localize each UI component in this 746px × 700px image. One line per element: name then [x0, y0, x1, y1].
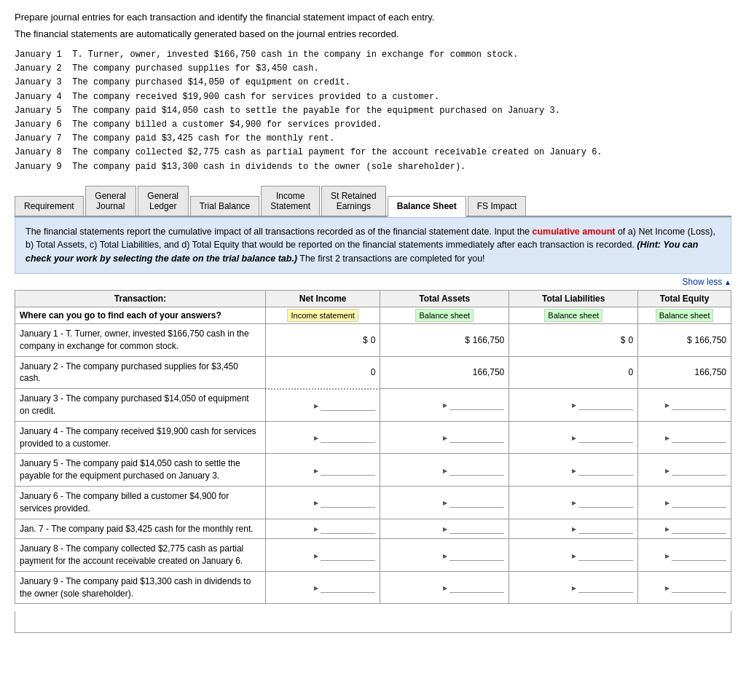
- cell-jan5-net_income[interactable]: ▶: [266, 454, 380, 487]
- tab-general-journal[interactable]: GeneralJournal: [85, 186, 136, 216]
- input-jan8-total_equity[interactable]: [672, 550, 726, 561]
- pointer-icon: ▶: [443, 553, 447, 559]
- cell-jan8-net_income[interactable]: ▶: [266, 539, 380, 572]
- cell-jan8-total_equity[interactable]: ▶: [638, 539, 731, 572]
- row-desc-jan5: January 5 - The company paid $14,050 cas…: [15, 454, 266, 487]
- input-jan5-total_liab[interactable]: [578, 465, 633, 476]
- pointer-icon: ▶: [665, 500, 670, 506]
- input-jan7-net_income[interactable]: [321, 523, 375, 534]
- pointer-icon: ▶: [665, 585, 670, 591]
- pointer-icon: ▶: [572, 526, 576, 532]
- row-desc-jan7: Jan. 7 - The company paid $3,425 cash fo…: [15, 519, 266, 539]
- cell-jan8-total_liab[interactable]: ▶: [509, 539, 638, 572]
- cell-jan2-total_equity: 166,750: [638, 356, 731, 389]
- input-jan4-net_income[interactable]: [321, 432, 375, 443]
- cell-jan9-total_equity[interactable]: ▶: [638, 571, 731, 604]
- cell-jan7-net_income[interactable]: ▶: [266, 519, 380, 539]
- cell-jan1-net_income: $0: [266, 323, 380, 356]
- cell-jan3-total_equity[interactable]: ▶: [638, 389, 731, 422]
- filled-value: 0: [371, 335, 376, 345]
- cell-jan7-total_equity[interactable]: ▶: [638, 519, 731, 539]
- cell-jan5-total_liab[interactable]: ▶: [509, 454, 638, 487]
- input-jan6-total_assets[interactable]: [449, 497, 504, 508]
- input-jan7-total_equity[interactable]: [672, 523, 726, 534]
- input-jan5-net_income[interactable]: [321, 465, 375, 476]
- cell-jan9-total_assets[interactable]: ▶: [380, 571, 509, 604]
- pointer-icon: ▶: [314, 553, 318, 559]
- pointer-icon: ▶: [665, 553, 670, 559]
- input-jan6-total_liab[interactable]: [578, 497, 633, 508]
- cell-jan4-total_liab[interactable]: ▶: [509, 421, 638, 454]
- input-jan7-total_liab[interactable]: [578, 523, 633, 534]
- input-jan3-total_liab[interactable]: [578, 399, 633, 410]
- transaction-item: January 6 The company billed a customer …: [15, 118, 731, 132]
- input-jan7-total_assets[interactable]: [449, 523, 504, 534]
- tab-balance-sheet[interactable]: Balance Sheet: [388, 196, 466, 217]
- cell-jan6-total_liab[interactable]: ▶: [509, 486, 638, 519]
- cell-jan5-total_equity[interactable]: ▶: [638, 454, 731, 487]
- cell-jan5-total_assets[interactable]: ▶: [380, 454, 509, 487]
- input-jan3-net_income[interactable]: [321, 400, 375, 411]
- tag-balance-sheet-equity: Balance sheet: [656, 309, 714, 322]
- pointer-icon: ▶: [314, 435, 318, 441]
- cell-jan3-total_liab[interactable]: ▶: [509, 389, 638, 422]
- input-jan9-total_equity[interactable]: [672, 582, 726, 593]
- transaction-item: January 3 The company purchased $14,050 …: [15, 76, 731, 90]
- cell-jan9-total_liab[interactable]: ▶: [509, 571, 638, 604]
- tab-income-statement[interactable]: IncomeStatement: [261, 186, 320, 216]
- cell-jan7-total_assets[interactable]: ▶: [380, 519, 509, 539]
- cell-jan4-total_assets[interactable]: ▶: [380, 421, 509, 454]
- cell-jan2-total_liab: 0: [509, 356, 638, 389]
- cell-jan4-total_equity[interactable]: ▶: [638, 421, 731, 454]
- input-jan9-total_assets[interactable]: [449, 582, 504, 593]
- cell-jan1-total_liab: $0: [509, 323, 638, 356]
- cell-jan6-total_assets[interactable]: ▶: [380, 486, 509, 519]
- show-less-link[interactable]: Show less ▲: [683, 277, 731, 287]
- input-jan3-total_assets[interactable]: [449, 399, 504, 410]
- cell-jan6-net_income[interactable]: ▶: [266, 486, 380, 519]
- cell-jan4-net_income[interactable]: ▶: [266, 421, 380, 454]
- input-jan4-total_equity[interactable]: [672, 432, 726, 443]
- cell-jan8-total_assets[interactable]: ▶: [380, 539, 509, 572]
- cell-jan2-total_assets: 166,750: [380, 356, 509, 389]
- input-jan5-total_assets[interactable]: [449, 465, 504, 476]
- tag-balance-sheet-assets: Balance sheet: [415, 309, 474, 322]
- row-desc-jan3: January 3 - The company purchased $14,05…: [15, 389, 266, 422]
- input-jan6-total_equity[interactable]: [672, 497, 726, 508]
- info-text1: The financial statements report the cumu…: [25, 227, 533, 237]
- pointer-icon: ▶: [665, 402, 670, 409]
- cell-jan7-total_liab[interactable]: ▶: [509, 519, 638, 539]
- tab-requirement[interactable]: Requirement: [15, 196, 84, 216]
- filled-value: 166,750: [473, 335, 504, 345]
- cell-jan6-total_equity[interactable]: ▶: [638, 486, 731, 519]
- table-row: January 2 - The company purchased suppli…: [15, 356, 731, 389]
- main-table: Transaction: Net Income Total Assets Tot…: [15, 290, 731, 605]
- input-jan4-total_liab[interactable]: [578, 432, 633, 443]
- show-less-arrow: ▲: [722, 278, 731, 286]
- pointer-icon: ▶: [443, 468, 447, 474]
- input-jan8-total_assets[interactable]: [449, 550, 504, 561]
- tab-trial-balance[interactable]: Trial Balance: [190, 196, 260, 216]
- input-jan8-net_income[interactable]: [321, 550, 375, 561]
- filled-value: 166,750: [695, 335, 726, 345]
- input-jan9-net_income[interactable]: [321, 582, 375, 593]
- cell-jan9-net_income[interactable]: ▶: [266, 571, 380, 604]
- cell-jan3-total_assets[interactable]: ▶: [380, 389, 509, 422]
- tab-fs-impact[interactable]: FS Impact: [468, 196, 527, 216]
- tab-general-ledger[interactable]: GeneralLedger: [138, 186, 189, 216]
- filled-value: 166,750: [473, 367, 504, 377]
- input-jan4-total_assets[interactable]: [449, 432, 504, 443]
- header-total-equity: Total Equity: [638, 290, 731, 307]
- cell-jan3-net_income[interactable]: ▶: [266, 389, 380, 422]
- input-jan3-total_equity[interactable]: [672, 399, 726, 410]
- input-jan6-net_income[interactable]: [321, 497, 375, 508]
- input-jan8-total_liab[interactable]: [578, 550, 633, 561]
- pointer-icon: ▶: [443, 585, 447, 591]
- row-desc-jan1: January 1 - T. Turner, owner, invested $…: [15, 323, 266, 356]
- tabs-container: Requirement GeneralJournal GeneralLedger…: [15, 186, 731, 217]
- pointer-icon: ▶: [572, 500, 576, 506]
- input-jan9-total_liab[interactable]: [578, 582, 633, 593]
- table-row: January 4 - The company received $19,900…: [15, 421, 731, 454]
- input-jan5-total_equity[interactable]: [672, 465, 726, 476]
- tab-st-retained-earnings[interactable]: St RetainedEarnings: [321, 186, 386, 216]
